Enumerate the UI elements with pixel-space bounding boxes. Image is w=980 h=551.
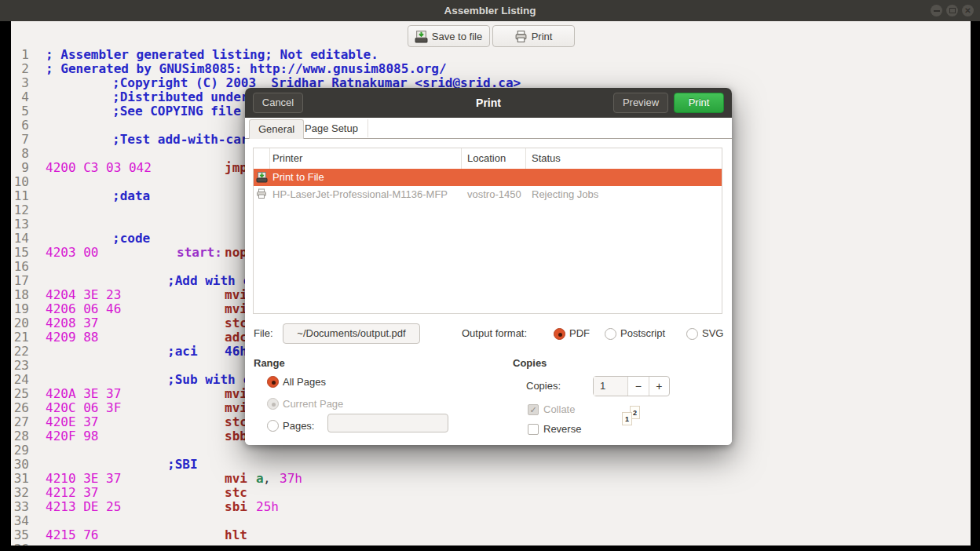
dialog-tabbar: General Page Setup [245, 118, 732, 139]
radio-all-pages-label[interactable]: All Pages [283, 376, 326, 389]
copies-value[interactable]: 1 [594, 377, 628, 396]
line-number: 34 [11, 513, 29, 528]
reverse-checkbox[interactable] [528, 424, 539, 435]
print-label: Print [532, 31, 553, 42]
dialog-print-button[interactable]: Print [674, 93, 724, 113]
code-segment: 4200 C3 03 042 [46, 160, 152, 175]
radio-all-pages[interactable] [267, 376, 279, 388]
range-header: Range [254, 357, 285, 369]
code-segment: 4210 3E 37 [46, 471, 121, 486]
save-to-file-button[interactable]: Save to file [408, 25, 490, 47]
window-title: Assembler Listing [0, 0, 980, 21]
code-segment: ;Distributed under [112, 89, 248, 104]
listing-line: 324212 37stc [11, 485, 971, 499]
code-segment: stc [225, 414, 247, 429]
line-number: 31 [11, 471, 29, 486]
code-segment: 420E 37 [46, 414, 98, 429]
code-segment: 4206 06 46 [46, 301, 121, 316]
line-number: 24 [11, 372, 29, 387]
listing-line: 30;SBI [11, 457, 971, 471]
listing-line: 36 [11, 542, 971, 546]
code-segment: 4208 37 [46, 316, 98, 330]
code-segment: ;Sub with c [167, 372, 250, 387]
copies-spinbutton: 1 − + [593, 376, 670, 396]
column-header-printer[interactable]: Printer [272, 148, 302, 169]
radio-pages[interactable] [267, 420, 279, 432]
radio-pdf-label[interactable]: PDF [569, 323, 590, 344]
code-segment: jmp [225, 160, 247, 175]
printer-table-header: Printer Location Status [254, 148, 722, 170]
printer-icon [514, 30, 528, 43]
output-format-label: Output format: [462, 323, 527, 344]
minimize-button[interactable] [931, 5, 942, 16]
radio-postscript[interactable] [605, 328, 616, 340]
collate-checkbox: ✓ [528, 404, 539, 415]
column-divider [269, 148, 270, 169]
file-label: File: [254, 323, 273, 344]
radio-pages-label[interactable]: Pages: [283, 420, 314, 432]
line-number: 3 [11, 75, 29, 90]
column-header-status[interactable]: Status [532, 148, 561, 169]
tab-page-setup[interactable]: Page Setup [295, 119, 368, 137]
line-number: 20 [11, 316, 29, 330]
line-number: 6 [11, 118, 29, 133]
radio-pdf[interactable] [554, 328, 565, 340]
maximize-button[interactable] [946, 5, 958, 16]
code-segment: , [263, 471, 271, 486]
copies-decrement-button[interactable]: − [628, 377, 649, 396]
code-segment: 4215 76 [46, 527, 98, 542]
copies-increment-button[interactable]: + [649, 377, 670, 396]
save-to-file-label: Save to file [432, 31, 482, 42]
preview-button[interactable]: Preview [613, 93, 668, 113]
titlebar: Assembler Listing ✕ [0, 0, 980, 21]
line-number: 27 [11, 414, 29, 429]
code-segment: ;SBI [167, 457, 198, 472]
line-number: 1 [11, 47, 29, 62]
window-controls: ✕ [931, 5, 974, 16]
code-segment: sbi [225, 499, 247, 514]
line-number: 25 [11, 386, 29, 401]
code-segment: 420C 06 3F [46, 400, 121, 415]
line-number: 8 [11, 146, 29, 161]
line-number: 14 [11, 231, 29, 246]
close-icon: ✕ [962, 5, 974, 16]
radio-current-page [267, 398, 279, 410]
pages-input[interactable] [327, 414, 448, 432]
listing-line: 2; Generated by GNUSim8085: http://www.g… [11, 61, 971, 75]
column-divider [461, 148, 462, 169]
printer-name: Print to File [272, 169, 324, 186]
radio-svg[interactable] [686, 328, 698, 340]
print-to-file-icon [256, 171, 268, 185]
code-segment: 420A 3E 37 [46, 386, 121, 401]
listing-line: 354215 76hlt [11, 527, 971, 542]
file-chooser-button[interactable]: ~/Documents/output.pdf [283, 323, 420, 344]
toolbar: Save to file Print [11, 21, 971, 47]
code-segment: 4209 88 [46, 330, 98, 345]
code-segment: mvi [225, 471, 247, 486]
print-button[interactable]: Print [492, 25, 575, 47]
listing-line: 334213 DE 25sbi25h [11, 499, 971, 513]
radio-postscript-label[interactable]: Postscript [620, 323, 665, 344]
code-segment: ;aci [167, 344, 198, 359]
maximize-icon [949, 8, 956, 13]
close-button[interactable]: ✕ [962, 5, 974, 16]
line-number: 10 [11, 174, 29, 189]
printer-row[interactable]: Print to File [254, 169, 722, 186]
reverse-label[interactable]: Reverse [543, 424, 581, 435]
minimize-icon [934, 10, 940, 12]
printer-status: Rejecting Jobs [532, 186, 598, 203]
line-number: 11 [11, 188, 29, 203]
line-number: 35 [11, 527, 29, 542]
radio-svg-label[interactable]: SVG [702, 323, 723, 344]
line-number: 4 [11, 89, 29, 104]
line-number: 19 [11, 301, 29, 316]
column-header-location[interactable]: Location [467, 148, 506, 169]
line-number: 18 [11, 287, 29, 302]
printer-row[interactable]: HP-LaserJet-Professional-M1136-MFPvostro… [254, 186, 722, 203]
line-number: 15 [11, 245, 29, 260]
line-number: 21 [11, 330, 29, 345]
line-number: 2 [11, 61, 29, 76]
line-number: 30 [11, 457, 29, 472]
code-segment: nop [225, 245, 247, 260]
code-segment: mvi [225, 386, 247, 401]
